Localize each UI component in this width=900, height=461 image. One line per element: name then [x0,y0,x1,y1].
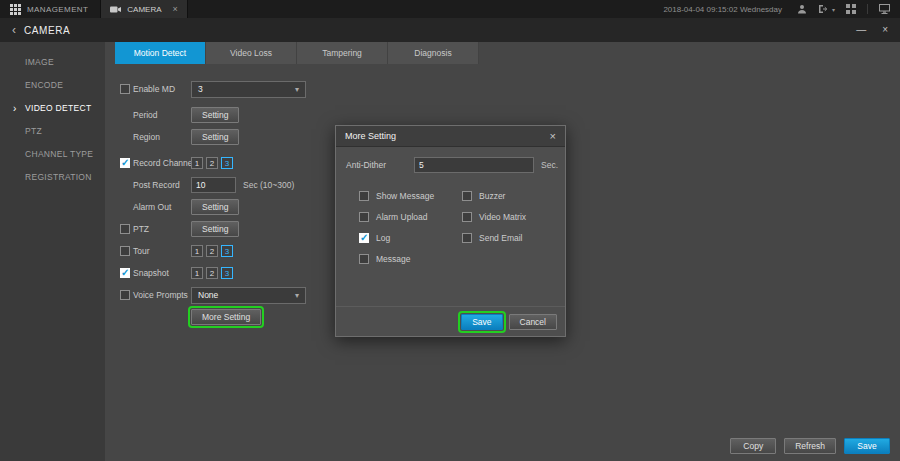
buzzer-checkbox[interactable] [462,191,472,201]
message-checkbox[interactable] [359,254,369,264]
alarm-out-label: Alarm Out [133,202,191,212]
alarm-out-setting-button[interactable]: Setting [191,199,239,215]
alarm-upload-checkbox[interactable] [359,212,369,222]
row-tour: Tour 1 2 3 [105,240,306,262]
close-icon[interactable]: × [882,25,888,35]
tour-checkbox[interactable] [120,246,130,256]
record-channel-1[interactable]: 1 [191,157,203,169]
option-label: Video Matrix [479,212,526,222]
enable-md-value: 3 [198,84,203,94]
dialog-footer: Save Cancel [336,306,565,336]
option-show-message[interactable]: Show Message [359,191,462,201]
tab-label: Video Loss [230,48,272,58]
row-period: Period Setting [105,104,306,126]
refresh-button[interactable]: Refresh [784,438,836,454]
sidebar-item-channel-type[interactable]: › CHANNEL TYPE [0,143,105,166]
option-log[interactable]: Log [359,233,462,243]
send-email-checkbox[interactable] [462,233,472,243]
sidebar-item-image[interactable]: › IMAGE [0,51,105,74]
region-label: Region [133,132,191,142]
dialog-save-button[interactable]: Save [461,314,502,330]
row-anti-dither: Anti-Dither Sec. [336,157,565,173]
motion-detect-form: Enable MD 3 ▾ Period Setting Region Sett… [105,78,306,328]
camera-icon [110,5,121,14]
voice-prompts-dropdown[interactable]: None ▾ [191,287,306,304]
tab-video-loss[interactable]: Video Loss [206,42,297,64]
sidebar-item-label: VIDEO DETECT [25,103,91,113]
row-region: Region Setting [105,126,306,148]
user-icon[interactable] [797,4,807,14]
management-menu[interactable]: MANAGEMENT [0,0,100,18]
log-checkbox[interactable] [359,233,369,243]
snapshot-channel-2[interactable]: 2 [206,267,218,279]
active-arrow-icon: › [13,97,17,120]
anti-dither-input[interactable] [414,157,534,173]
chevron-down-icon: ▾ [295,85,299,94]
show-message-checkbox[interactable] [359,191,369,201]
sidebar: › IMAGE › ENCODE › VIDEO DETECT › PTZ › … [0,42,105,461]
ptz-checkbox[interactable] [120,224,130,234]
record-channel-label: Record Channel [133,158,191,168]
snapshot-channel-1[interactable]: 1 [191,267,203,279]
back-icon[interactable]: ‹ [12,24,16,36]
region-setting-button[interactable]: Setting [191,129,239,145]
option-send-email[interactable]: Send Email [462,233,565,243]
tour-channel-2[interactable]: 2 [206,245,218,257]
main-panel: Motion Detect Video Loss Tampering Diagn… [105,42,900,461]
minimize-icon[interactable]: — [856,25,866,35]
dialog-cancel-button[interactable]: Cancel [509,314,557,330]
page-header: ‹ CAMERA — × [0,18,900,42]
ptz-setting-button[interactable]: Setting [191,221,239,237]
record-channel-checkbox[interactable] [120,158,130,168]
voice-prompts-checkbox[interactable] [120,290,130,300]
option-label: Buzzer [479,191,505,201]
logout-icon[interactable] [818,4,828,14]
titlebar: MANAGEMENT CAMERA × 2018-04-04 09:15:02 … [0,0,900,18]
option-message[interactable]: Message [359,254,472,264]
option-buzzer[interactable]: Buzzer [462,191,565,201]
option-video-matrix[interactable]: Video Matrix [462,212,565,222]
page-footer: Copy Refresh Save [730,438,890,454]
tab-diagnosis[interactable]: Diagnosis [388,42,479,64]
tab-label: Tampering [322,48,362,58]
sidebar-item-label: CHANNEL TYPE [25,149,93,159]
tour-channel-3[interactable]: 3 [221,245,233,257]
sidebar-item-ptz[interactable]: › PTZ [0,120,105,143]
tab-tampering[interactable]: Tampering [297,42,388,64]
sidebar-item-encode[interactable]: › ENCODE [0,74,105,97]
period-setting-button[interactable]: Setting [191,107,239,123]
snapshot-channel-3[interactable]: 3 [221,267,233,279]
enable-md-checkbox[interactable] [120,84,130,94]
tab-motion-detect[interactable]: Motion Detect [115,42,206,64]
row-ptz: PTZ Setting [105,218,306,240]
sidebar-item-label: REGISTRATION [25,172,92,182]
dialog-close-icon[interactable]: × [550,130,556,142]
snapshot-checkbox[interactable] [120,268,130,278]
more-setting-dialog: More Setting × Anti-Dither Sec. Show Mes… [335,125,566,337]
display-icon[interactable] [879,4,890,14]
record-channel-3[interactable]: 3 [221,157,233,169]
post-record-input[interactable] [191,177,236,193]
camera-window-tab[interactable]: CAMERA × [100,0,188,18]
anti-dither-label: Anti-Dither [346,160,414,170]
enable-md-dropdown[interactable]: 3 ▾ [191,81,306,98]
copy-button[interactable]: Copy [730,438,776,454]
row-enable-md: Enable MD 3 ▾ [105,78,306,100]
video-matrix-checkbox[interactable] [462,212,472,222]
sidebar-item-registration[interactable]: › REGISTRATION [0,166,105,189]
post-record-unit: Sec (10~300) [243,180,294,190]
tab-close-icon[interactable]: × [173,4,178,14]
tour-channel-1[interactable]: 1 [191,245,203,257]
tab-label: Diagnosis [414,48,451,58]
option-alarm-upload[interactable]: Alarm Upload [359,212,462,222]
apps-icon[interactable] [846,4,856,14]
sidebar-item-video-detect[interactable]: › VIDEO DETECT [0,97,105,120]
tour-channel-list: 1 2 3 [191,245,233,257]
row-voice-prompts: Voice Prompts None ▾ [105,284,306,306]
option-label: Message [376,254,411,264]
sidebar-item-label: ENCODE [25,80,63,90]
record-channel-2[interactable]: 2 [206,157,218,169]
more-setting-button[interactable]: More Setting [191,309,261,325]
camera-tab-label: CAMERA [127,5,161,14]
save-button[interactable]: Save [844,438,890,454]
